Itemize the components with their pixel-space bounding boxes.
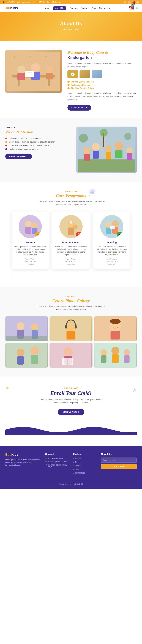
svg-point-32	[79, 134, 88, 142]
svg-rect-61	[65, 325, 67, 328]
gallery-desc: Lorem ipsum dolor sit amet, consectetur …	[35, 305, 107, 311]
footer-phone: 📞 +92 266 988 0000	[45, 458, 69, 460]
footer-contact: Contact 📞 +92 266 988 0000 ✉ maedhel@dir…	[45, 453, 69, 475]
vision-content: About Us Vision & Mission Leo vel orci p…	[5, 126, 71, 159]
start-class-button[interactable]: START CLASS ▶	[67, 105, 91, 110]
program-card-nursery: ☀ Nursery Lorem ipsum dolor sit amet, co…	[11, 212, 49, 269]
svg-point-22	[83, 147, 91, 154]
drawing-name: Drawing	[96, 241, 128, 244]
svg-point-66	[110, 319, 121, 324]
welcome-desc1: Lorem ipsum dolor sit amet, consectetur …	[67, 62, 137, 68]
svg-rect-43	[68, 228, 74, 235]
gallery-item-1[interactable]	[5, 316, 48, 341]
nursery-icon: ☀	[35, 232, 41, 237]
nursery-desc: Lorem ipsum dolor sit amet, consectetur …	[14, 245, 46, 256]
svg-point-4	[17, 66, 25, 74]
gallery-item-3[interactable]	[94, 316, 137, 341]
breadcrumb-home[interactable]: Home	[63, 28, 69, 30]
svg-rect-21	[78, 160, 135, 172]
programs-title: Care Programms	[56, 194, 86, 198]
footer-explore-service[interactable]: Service	[73, 458, 97, 460]
svg-rect-38	[25, 227, 31, 234]
bullet-red	[5, 138, 7, 139]
programs-header: Programm Care Programms ⚗️	[56, 190, 86, 200]
svg-point-8	[46, 66, 53, 73]
top-bar-left: 📞 +44(0) 1234 ✉ info@example.com 📍 123 K…	[3, 1, 61, 3]
footer-address: 📍 ag jnkojn golden street, USA	[45, 464, 69, 468]
footer-explore-list: Service About Us Contact Help Terms of u…	[73, 458, 97, 474]
footer-explore-terms[interactable]: Terms of use	[73, 472, 97, 474]
read-story-button[interactable]: READ THE STORY ›	[5, 154, 32, 159]
svg-rect-81	[112, 354, 119, 363]
play-button[interactable]: ▶	[71, 72, 75, 76]
programs-label: Programm	[56, 190, 86, 193]
svg-rect-23	[84, 154, 90, 161]
footer-contact-heading: Contact	[45, 453, 69, 456]
gallery-item-5[interactable]	[49, 343, 92, 368]
gallery-item-6[interactable]	[94, 343, 137, 368]
svg-rect-51	[110, 226, 115, 229]
svg-point-30	[126, 147, 133, 154]
vision-list: Leo vel orci porta non pulvinar neque. L…	[5, 137, 71, 150]
children-class-image	[5, 50, 62, 92]
gallery-item-2[interactable]	[49, 316, 92, 341]
prev-arrow-icon[interactable]: ‹	[11, 273, 12, 278]
enroll-desc: Lorem ipsum dolor sit amet, consectetur …	[37, 398, 105, 404]
gallery-svg-4	[5, 343, 48, 368]
thumb-1	[80, 70, 90, 78]
footer-bottom: © Copyright 2021 by ENVALAB	[5, 481, 137, 485]
nav-home[interactable]: Home	[44, 7, 49, 10]
newsletter-subscribe-button[interactable]: SUBSCRIBE	[101, 464, 137, 469]
svg-rect-57	[6, 336, 47, 341]
programs-section: Programm Care Programms ⚗️ Lorem ipsum d…	[0, 182, 142, 286]
program-circle-3: ✏	[100, 215, 123, 238]
wave-decoration	[5, 424, 137, 435]
video-thumb[interactable]: ▶	[67, 70, 78, 78]
gallery-svg-6	[94, 343, 137, 368]
programs-desc: Lorem ipsum dolor sit amet, consectetur …	[35, 200, 107, 206]
vision-item-1: Leo vel orci porta non pulvinar neque.	[5, 137, 71, 139]
svg-rect-83	[124, 355, 130, 363]
facebook-icon[interactable]: f	[124, 1, 126, 4]
drawing-icon: ✏	[117, 232, 123, 237]
site-logo[interactable]: EduKids	[3, 6, 18, 10]
footer-explore-about[interactable]: About Us	[73, 461, 97, 464]
svg-rect-71	[31, 354, 38, 364]
footer-about: EduKids Lorem ipsum dolor sit amet, cons…	[5, 453, 41, 475]
nav-about[interactable]: About Us	[53, 6, 66, 10]
svg-point-6	[31, 63, 40, 72]
next-arrow-icon[interactable]: ›	[130, 273, 131, 278]
pinterest-icon[interactable]: p	[136, 1, 139, 4]
svg-point-17	[37, 54, 38, 56]
thumbnail-row: ▶	[67, 70, 137, 78]
gallery-grid	[5, 316, 137, 368]
welcome-svg	[7, 52, 60, 91]
bullet-orange	[5, 141, 7, 143]
footer-explore-help[interactable]: Help	[73, 468, 97, 471]
gallery-image-2	[49, 316, 92, 341]
gallery-item-4[interactable]	[5, 343, 48, 368]
nav-courses[interactable]: Courses	[70, 7, 78, 10]
breadcrumb-current: About Us	[71, 28, 79, 30]
newsletter-email-input[interactable]	[101, 458, 137, 463]
footer-newsletter-heading: Newsletter	[101, 453, 137, 456]
svg-rect-25	[93, 150, 99, 158]
footer-logo: EduKids	[5, 453, 41, 456]
vision-label: About Us	[5, 126, 71, 129]
welcome-desc2: Lorem ipsum dolor sit amet, consectetur …	[67, 92, 137, 101]
thumb-2	[92, 70, 102, 78]
hero-title: About Us	[3, 21, 139, 26]
welcome-features: We Use Quality Services Professional Tea…	[67, 81, 137, 89]
vision-item-2: Lorem dolor sed viverra ipsum nunc aliqu…	[5, 141, 71, 143]
nav-pages[interactable]: Pages ▾	[81, 7, 88, 10]
feature-dot-3	[67, 87, 70, 89]
breadcrumb: Home » About Us	[3, 28, 139, 30]
enroll-section: ★ ✈ Enroll Now Enroll Your Child! Lorem …	[0, 376, 142, 446]
enroll-button[interactable]: JOIN US NOW +	[58, 409, 84, 416]
nav-contact[interactable]: Contact Us	[99, 7, 110, 10]
svg-rect-5	[17, 73, 25, 80]
svg-point-26	[105, 145, 112, 152]
footer-explore-contact[interactable]: Contact	[73, 465, 97, 467]
nav-blog[interactable]: Blog	[92, 7, 96, 10]
footer-newsletter: Newsletter SUBSCRIBE	[101, 453, 137, 475]
